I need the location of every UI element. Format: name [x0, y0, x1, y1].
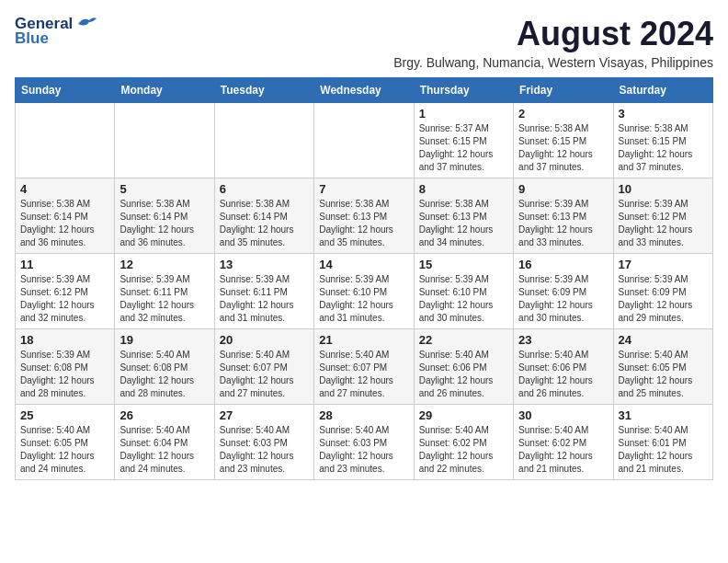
calendar-week-2: 4Sunrise: 5:38 AMSunset: 6:14 PMDaylight…: [16, 178, 713, 254]
calendar-cell: 19Sunrise: 5:40 AMSunset: 6:08 PMDayligh…: [115, 329, 214, 405]
day-number: 17: [619, 258, 708, 271]
day-number: 27: [220, 408, 309, 422]
day-number: 5: [119, 182, 209, 196]
day-info: Sunrise: 5:39 AMSunset: 6:08 PMDaylight:…: [20, 349, 109, 400]
day-info: Sunrise: 5:39 AMSunset: 6:13 PMDaylight:…: [518, 198, 608, 249]
day-info: Sunrise: 5:38 AMSunset: 6:14 PMDaylight:…: [119, 198, 209, 249]
day-number: 24: [619, 333, 708, 347]
day-number: 12: [119, 258, 209, 271]
header-cell-thursday: Thursday: [414, 78, 513, 103]
day-info: Sunrise: 5:38 AMSunset: 6:13 PMDaylight:…: [319, 198, 408, 249]
calendar-cell: 29Sunrise: 5:40 AMSunset: 6:02 PMDayligh…: [414, 405, 513, 480]
calendar-table: SundayMondayTuesdayWednesdayThursdayFrid…: [15, 77, 713, 480]
calendar-cell: 1Sunrise: 5:37 AMSunset: 6:15 PMDaylight…: [414, 103, 513, 178]
day-number: 26: [119, 408, 209, 422]
logo-bird-icon: [76, 15, 98, 33]
day-number: 3: [619, 107, 708, 121]
day-number: 16: [518, 258, 608, 271]
calendar-week-3: 11Sunrise: 5:39 AMSunset: 6:12 PMDayligh…: [16, 254, 713, 329]
calendar-header: SundayMondayTuesdayWednesdayThursdayFrid…: [16, 78, 713, 103]
calendar-cell: 8Sunrise: 5:38 AMSunset: 6:13 PMDaylight…: [414, 178, 513, 254]
day-number: 19: [119, 333, 209, 347]
day-info: Sunrise: 5:40 AMSunset: 6:02 PMDaylight:…: [419, 424, 508, 476]
day-info: Sunrise: 5:40 AMSunset: 6:06 PMDaylight:…: [518, 349, 608, 400]
day-number: 14: [319, 258, 408, 271]
day-number: 6: [220, 182, 309, 196]
calendar-cell: 26Sunrise: 5:40 AMSunset: 6:04 PMDayligh…: [115, 405, 214, 480]
calendar-cell: 13Sunrise: 5:39 AMSunset: 6:11 PMDayligh…: [214, 254, 313, 329]
day-info: Sunrise: 5:38 AMSunset: 6:13 PMDaylight:…: [419, 198, 508, 249]
day-info: Sunrise: 5:39 AMSunset: 6:11 PMDaylight:…: [220, 273, 309, 325]
calendar-cell: 15Sunrise: 5:39 AMSunset: 6:10 PMDayligh…: [414, 254, 513, 329]
day-info: Sunrise: 5:40 AMSunset: 6:01 PMDaylight:…: [619, 424, 708, 476]
logo: General Blue: [15, 15, 98, 48]
logo-text-blue: Blue: [15, 29, 49, 48]
day-info: Sunrise: 5:40 AMSunset: 6:07 PMDaylight:…: [220, 349, 309, 400]
calendar-cell: 2Sunrise: 5:38 AMSunset: 6:15 PMDaylight…: [514, 103, 613, 178]
day-info: Sunrise: 5:40 AMSunset: 6:07 PMDaylight:…: [319, 349, 408, 400]
calendar-cell: 23Sunrise: 5:40 AMSunset: 6:06 PMDayligh…: [514, 329, 613, 405]
day-number: 22: [419, 333, 508, 347]
day-info: Sunrise: 5:38 AMSunset: 6:15 PMDaylight:…: [619, 122, 708, 174]
day-info: Sunrise: 5:40 AMSunset: 6:02 PMDaylight:…: [518, 424, 608, 476]
calendar-cell: 17Sunrise: 5:39 AMSunset: 6:09 PMDayligh…: [613, 254, 712, 329]
day-number: 15: [419, 258, 508, 271]
day-info: Sunrise: 5:39 AMSunset: 6:10 PMDaylight:…: [419, 273, 508, 325]
day-number: 9: [518, 182, 608, 196]
calendar-cell: 31Sunrise: 5:40 AMSunset: 6:01 PMDayligh…: [613, 405, 712, 480]
header: General Blue August 2024 Brgy. Bulwang, …: [15, 15, 713, 70]
calendar-cell: 5Sunrise: 5:38 AMSunset: 6:14 PMDaylight…: [115, 178, 214, 254]
day-info: Sunrise: 5:40 AMSunset: 6:03 PMDaylight:…: [319, 424, 408, 476]
calendar-week-4: 18Sunrise: 5:39 AMSunset: 6:08 PMDayligh…: [16, 329, 713, 405]
header-cell-tuesday: Tuesday: [214, 78, 313, 103]
header-cell-saturday: Saturday: [613, 78, 712, 103]
day-number: 18: [20, 333, 109, 347]
calendar-week-5: 25Sunrise: 5:40 AMSunset: 6:05 PMDayligh…: [16, 405, 713, 480]
day-info: Sunrise: 5:40 AMSunset: 6:05 PMDaylight:…: [619, 349, 708, 400]
day-info: Sunrise: 5:40 AMSunset: 6:03 PMDaylight:…: [220, 424, 309, 476]
day-info: Sunrise: 5:39 AMSunset: 6:12 PMDaylight:…: [619, 198, 708, 249]
calendar-cell: 10Sunrise: 5:39 AMSunset: 6:12 PMDayligh…: [613, 178, 712, 254]
calendar-cell: 9Sunrise: 5:39 AMSunset: 6:13 PMDaylight…: [514, 178, 613, 254]
day-number: 13: [220, 258, 309, 271]
calendar-cell: 18Sunrise: 5:39 AMSunset: 6:08 PMDayligh…: [16, 329, 115, 405]
day-number: 23: [518, 333, 608, 347]
calendar-cell: 22Sunrise: 5:40 AMSunset: 6:06 PMDayligh…: [414, 329, 513, 405]
day-info: Sunrise: 5:40 AMSunset: 6:04 PMDaylight:…: [119, 424, 209, 476]
header-cell-sunday: Sunday: [16, 78, 115, 103]
day-number: 8: [419, 182, 508, 196]
day-info: Sunrise: 5:38 AMSunset: 6:15 PMDaylight:…: [518, 122, 608, 174]
page-title: August 2024: [393, 15, 713, 53]
calendar-cell: 20Sunrise: 5:40 AMSunset: 6:07 PMDayligh…: [214, 329, 313, 405]
calendar-cell: 4Sunrise: 5:38 AMSunset: 6:14 PMDaylight…: [16, 178, 115, 254]
calendar-cell: 21Sunrise: 5:40 AMSunset: 6:07 PMDayligh…: [314, 329, 414, 405]
day-info: Sunrise: 5:39 AMSunset: 6:09 PMDaylight:…: [518, 273, 608, 325]
day-number: 21: [319, 333, 408, 347]
calendar-week-1: 1Sunrise: 5:37 AMSunset: 6:15 PMDaylight…: [16, 103, 713, 178]
page-subtitle: Brgy. Bulwang, Numancia, Western Visayas…: [393, 55, 713, 70]
calendar-cell: [214, 103, 313, 178]
title-block: August 2024 Brgy. Bulwang, Numancia, Wes…: [393, 15, 713, 70]
day-info: Sunrise: 5:40 AMSunset: 6:06 PMDaylight:…: [419, 349, 508, 400]
calendar-cell: 30Sunrise: 5:40 AMSunset: 6:02 PMDayligh…: [514, 405, 613, 480]
calendar-cell: 7Sunrise: 5:38 AMSunset: 6:13 PMDaylight…: [314, 178, 414, 254]
day-number: 4: [20, 182, 109, 196]
calendar-cell: 11Sunrise: 5:39 AMSunset: 6:12 PMDayligh…: [16, 254, 115, 329]
header-row: SundayMondayTuesdayWednesdayThursdayFrid…: [16, 78, 713, 103]
day-number: 29: [419, 408, 508, 422]
day-number: 30: [518, 408, 608, 422]
day-info: Sunrise: 5:39 AMSunset: 6:12 PMDaylight:…: [20, 273, 109, 325]
day-info: Sunrise: 5:38 AMSunset: 6:14 PMDaylight:…: [220, 198, 309, 249]
day-info: Sunrise: 5:40 AMSunset: 6:08 PMDaylight:…: [119, 349, 209, 400]
calendar-cell: 28Sunrise: 5:40 AMSunset: 6:03 PMDayligh…: [314, 405, 414, 480]
day-info: Sunrise: 5:37 AMSunset: 6:15 PMDaylight:…: [419, 122, 508, 174]
day-info: Sunrise: 5:39 AMSunset: 6:11 PMDaylight:…: [119, 273, 209, 325]
day-number: 1: [419, 107, 508, 121]
day-number: 31: [619, 408, 708, 422]
calendar-cell: 25Sunrise: 5:40 AMSunset: 6:05 PMDayligh…: [16, 405, 115, 480]
day-number: 20: [220, 333, 309, 347]
header-cell-monday: Monday: [115, 78, 214, 103]
day-info: Sunrise: 5:39 AMSunset: 6:09 PMDaylight:…: [619, 273, 708, 325]
calendar-cell: 12Sunrise: 5:39 AMSunset: 6:11 PMDayligh…: [115, 254, 214, 329]
calendar-cell: 27Sunrise: 5:40 AMSunset: 6:03 PMDayligh…: [214, 405, 313, 480]
